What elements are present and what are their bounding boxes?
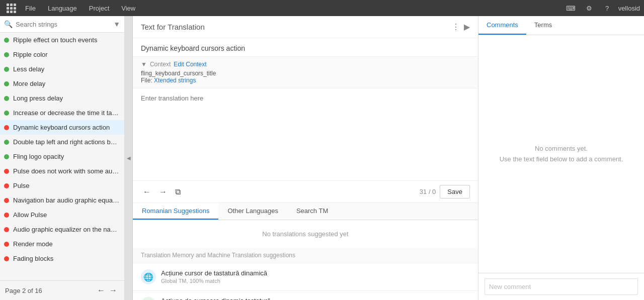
keyboard-icon[interactable]: ⌨ xyxy=(564,1,578,15)
item-text: Navigation bar audio graphic equali... xyxy=(13,196,120,204)
app-menu-button[interactable] xyxy=(4,1,18,15)
sidebar-item[interactable]: Ripple effect on touch events xyxy=(0,33,124,47)
right-panel: CommentsTerms No comments yet. Use the t… xyxy=(478,16,644,300)
status-dot xyxy=(4,169,9,174)
sidebar-item[interactable]: Increase or decrease the time it take... xyxy=(0,106,124,120)
status-dot xyxy=(4,154,9,159)
context-header: ▼ Context Edit Context xyxy=(141,61,470,68)
status-dot xyxy=(4,111,9,116)
sidebar-item[interactable]: Dynamic keyboard cursors action xyxy=(0,120,124,135)
item-text: Less delay xyxy=(13,65,44,73)
prev-string-button[interactable]: ← xyxy=(141,185,153,198)
item-text: Render mode xyxy=(13,240,53,248)
sidebar-item[interactable]: Less delay xyxy=(0,62,124,76)
content-area: Text for Translation ⋮ ▶ Dynamic keyboar… xyxy=(133,16,478,300)
new-comment-section xyxy=(478,273,644,300)
item-text: Ripple effect on touch events xyxy=(13,36,97,44)
translation-footer: ← → ⧉ 31 / 0 Save xyxy=(133,180,478,203)
context-key: fling_keyboard_cursors_title xyxy=(141,70,470,77)
item-text: Long press delay xyxy=(13,94,63,102)
sidebar-item[interactable]: Render mode xyxy=(0,237,124,251)
menu-language[interactable]: Language xyxy=(43,3,82,14)
page-info: Page 2 of 16 xyxy=(5,287,95,294)
globe-icon: 🌐 xyxy=(141,269,156,284)
suggestion-item[interactable]: 🌐 Acțiune cursor de tastatură dinamică G… xyxy=(133,263,478,291)
right-panel-content: No comments yet. Use the text field belo… xyxy=(478,35,644,273)
right-tab-terms[interactable]: Terms xyxy=(526,16,560,35)
sidebar-item[interactable]: Pulse xyxy=(0,178,124,193)
suggestion-content: Acțiune de cursoare dinamic tastatură Mi… xyxy=(161,297,470,300)
status-dot xyxy=(4,256,9,261)
sidebar-item[interactable]: Ripple color xyxy=(0,47,124,62)
context-file-link[interactable]: Xtended strings xyxy=(154,77,196,84)
menu-file[interactable]: File xyxy=(20,3,41,14)
sidebar: 🔍 ▼ Ripple effect on touch events Ripple… xyxy=(0,16,125,300)
sidebar-item[interactable]: Fading blocks xyxy=(0,251,124,266)
help-icon[interactable]: ? xyxy=(600,1,614,15)
menubar: File Language Project View ⌨ ⚙ ? vellosi… xyxy=(0,0,644,16)
sidebar-item[interactable]: Audio graphic equalizer on the navig... xyxy=(0,222,124,237)
tab-search[interactable]: Search TM xyxy=(287,203,337,220)
no-suggestions-text: No translations suggested yet xyxy=(133,220,478,248)
edit-context-button[interactable]: Edit Context xyxy=(174,61,206,68)
next-string-button[interactable]: → xyxy=(157,185,169,198)
item-text: Fling logo opacity xyxy=(13,153,64,160)
sidebar-search-header: 🔍 ▼ xyxy=(0,16,124,33)
sidebar-item[interactable]: Pulse does not work with some audi... xyxy=(0,164,124,178)
item-text: Pulse xyxy=(13,182,30,189)
save-button[interactable]: Save xyxy=(440,185,470,198)
item-text: Double tap left and right actions bec... xyxy=(13,138,120,146)
suggestion-item[interactable]: MS Acțiune de cursoare dinamic tastatură… xyxy=(133,291,478,300)
more-options-icon[interactable]: ⋮ xyxy=(452,22,460,32)
sidebar-item[interactable]: Allow Pulse xyxy=(0,208,124,222)
new-comment-input[interactable] xyxy=(485,278,638,295)
filter-icon[interactable]: ▼ xyxy=(113,20,120,28)
sidebar-item[interactable]: Fling logo opacity xyxy=(0,149,124,164)
status-dot xyxy=(4,52,9,57)
copy-source-button[interactable]: ⧉ xyxy=(173,185,183,198)
status-dot xyxy=(4,213,9,218)
status-dot xyxy=(4,242,9,247)
no-comments-text: No comments yet. Use the text field belo… xyxy=(500,144,623,165)
sidebar-item[interactable]: Double tap left and right actions bec... xyxy=(0,135,124,149)
no-comments-line2: Use the text field below to add a commen… xyxy=(500,154,623,165)
item-text: Fading blocks xyxy=(13,255,53,262)
item-text: Pulse does not work with some audi... xyxy=(13,167,120,175)
sidebar-item[interactable]: Navigation bar audio graphic equali... xyxy=(0,193,124,208)
source-text: Dynamic keyboard cursors action xyxy=(141,44,470,52)
item-text: Ripple color xyxy=(13,51,48,58)
right-tab-comments[interactable]: Comments xyxy=(478,16,526,35)
settings-icon[interactable]: ⚙ xyxy=(582,1,596,15)
suggestions-area: No translations suggested yet Translatio… xyxy=(133,220,478,300)
content-title: Text for Translation xyxy=(141,23,452,31)
right-tabs: CommentsTerms xyxy=(478,16,644,35)
prev-page-button[interactable]: ← xyxy=(95,285,107,296)
status-dot xyxy=(4,198,9,203)
no-comments-line1: No comments yet. xyxy=(500,144,623,154)
sidebar-item[interactable]: More delay xyxy=(0,76,124,91)
suggestion-content: Acțiune cursor de tastatură dinamică Glo… xyxy=(161,269,470,284)
sidebar-item[interactable]: Long press delay xyxy=(0,91,124,106)
suggestion-tabs: Romanian SuggestionsOther LanguagesSearc… xyxy=(133,203,478,220)
menu-project[interactable]: Project xyxy=(84,3,114,14)
search-input[interactable] xyxy=(16,21,113,28)
status-dot xyxy=(4,125,9,130)
context-file-label: File: xyxy=(141,77,152,84)
collapse-sidebar-button[interactable]: ◀ xyxy=(125,16,133,300)
item-text: Allow Pulse xyxy=(13,211,47,219)
sidebar-footer: Page 2 of 16 ← → xyxy=(0,280,124,300)
tab-other[interactable]: Other Languages xyxy=(218,203,287,220)
menu-view[interactable]: View xyxy=(116,3,140,14)
item-text: Dynamic keyboard cursors action xyxy=(13,124,110,131)
context-file: File: Xtended strings xyxy=(141,77,470,84)
suggestion-text: Acțiune cursor de tastatură dinamică xyxy=(161,269,470,277)
tab-romanian[interactable]: Romanian Suggestions xyxy=(133,203,218,220)
user-label: vellosid xyxy=(618,5,640,12)
sidebar-list: Ripple effect on touch events Ripple col… xyxy=(0,33,124,280)
expand-icon[interactable]: ▶ xyxy=(464,22,470,32)
ms-icon: MS xyxy=(141,297,156,300)
next-page-button[interactable]: → xyxy=(107,285,119,296)
translation-input[interactable] xyxy=(133,88,478,180)
status-dot xyxy=(4,183,9,188)
item-text: Increase or decrease the time it take... xyxy=(13,109,120,117)
